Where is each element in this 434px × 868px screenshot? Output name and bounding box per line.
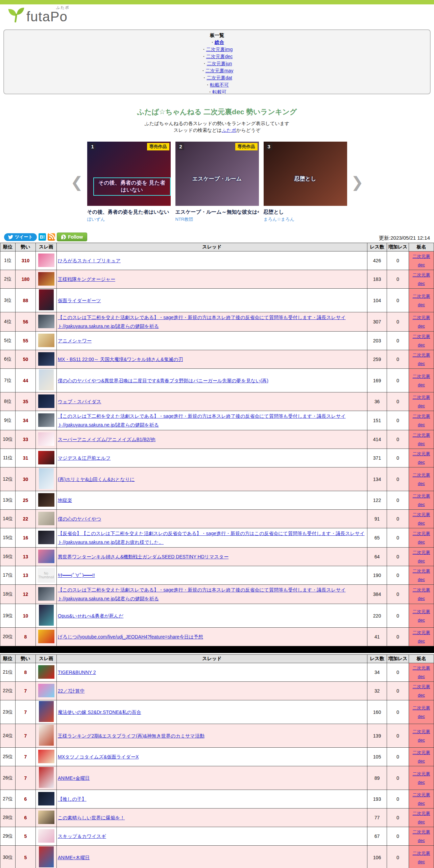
- thread-thumbnail[interactable]: [38, 512, 54, 525]
- site-logo[interactable]: futaPo ふたポ: [0, 4, 434, 25]
- thread-title-link[interactable]: スキップ＆カワイスギ: [58, 834, 106, 839]
- thread-thumbnail[interactable]: [39, 289, 54, 310]
- board-link[interactable]: 二次元裏may: [206, 68, 233, 73]
- board-name-link[interactable]: 二次元裏dec: [413, 433, 430, 446]
- product-title-link[interactable]: その後、勇者の姿を見た者はいない: [87, 209, 171, 215]
- board-link[interactable]: 転載不可: [210, 82, 229, 88]
- board-link[interactable]: 二次元裏jun: [207, 61, 232, 66]
- thread-thumbnail[interactable]: [38, 394, 54, 408]
- board-link[interactable]: 総合: [215, 40, 224, 45]
- thread-thumbnail[interactable]: [38, 665, 54, 679]
- thread-thumbnail[interactable]: [39, 468, 54, 489]
- thread-title-link[interactable]: ANIME+木曜日: [58, 855, 90, 860]
- thread-thumbnail[interactable]: [38, 272, 54, 286]
- board-name-link[interactable]: 二次元裏dec: [413, 473, 430, 486]
- thread-thumbnail[interactable]: [38, 792, 54, 805]
- thread-title-link[interactable]: 【推しの子】: [58, 796, 87, 802]
- carousel-card[interactable]: 2 専売作品 エスケープ・ルーム エスケープ・ルーム～無知な彼女は今日も NTR…: [175, 142, 259, 222]
- thread-title-link[interactable]: Opus&いせれべ&勇者が死んだ: [58, 613, 123, 619]
- thread-title-link[interactable]: この素晴らしい世界に爆焔を！: [58, 815, 125, 820]
- board-name-link[interactable]: 二次元裏dec: [413, 587, 430, 601]
- board-name-link[interactable]: 二次元裏dec: [413, 851, 430, 864]
- carousel-card[interactable]: 3 忍堕とし 忍堕とし まろん☆まろん: [264, 142, 347, 222]
- board-name-link[interactable]: 二次元裏dec: [413, 750, 430, 764]
- thread-title-link[interactable]: ｷﾀ━━━(ﾟ∀ﾟ)━━━!!: [58, 573, 95, 578]
- board-name-link[interactable]: 二次元裏dec: [413, 684, 430, 698]
- product-cover-image[interactable]: 3 忍堕とし: [264, 142, 347, 206]
- product-author-link[interactable]: ぼいずん: [87, 216, 171, 222]
- board-name-link[interactable]: 二次元裏dec: [413, 792, 430, 806]
- board-name-link[interactable]: 二次元裏dec: [413, 531, 430, 545]
- board-name-link[interactable]: 二次元裏dec: [413, 512, 430, 526]
- thread-title-link[interactable]: 【このスレは下二桁を交えた活劇スレである】・sage進行・新規の方は本スレ終了後…: [58, 587, 346, 601]
- hatena-bookmark-button[interactable]: B!: [39, 233, 46, 241]
- board-name-link[interactable]: 二次元裏dec: [413, 294, 430, 307]
- board-name-link[interactable]: 二次元裏dec: [413, 374, 430, 387]
- thread-thumbnail[interactable]: [38, 334, 54, 347]
- thread-thumbnail[interactable]: [39, 725, 54, 746]
- thread-thumbnail[interactable]: [39, 605, 54, 626]
- thread-title-link[interactable]: 【このスレは下二桁を交えた活劇スレである】・sage進行・新規の方は本スレ終了後…: [58, 315, 346, 329]
- thread-title-link[interactable]: 異世界ワンターンキル姉さん&機動戦士ガンダムSEED DESTINY HDリマス…: [58, 554, 228, 559]
- board-name-link[interactable]: 二次元裏dec: [413, 493, 430, 507]
- thread-thumbnail[interactable]: No Thumbnail: [38, 568, 55, 583]
- board-name-link[interactable]: 二次元裏dec: [413, 272, 430, 286]
- board-name-link[interactable]: 二次元裏dec: [413, 666, 430, 679]
- board-link[interactable]: 二次元裏dat: [207, 75, 232, 80]
- carousel-next-icon[interactable]: ❯: [347, 150, 368, 214]
- thread-thumbnail[interactable]: [38, 352, 54, 366]
- board-name-link[interactable]: 二次元裏dec: [413, 395, 430, 408]
- board-name-link[interactable]: 二次元裏dec: [413, 334, 430, 347]
- thread-title-link[interactable]: スーパーアニメイズム/アニメイズムB1/B2/他: [58, 437, 155, 442]
- board-name-link[interactable]: 二次元裏dec: [413, 609, 430, 623]
- board-name-link[interactable]: 二次元裏dec: [413, 811, 430, 824]
- board-name-link[interactable]: 二次元裏dec: [413, 315, 430, 329]
- thread-title-link[interactable]: マジデス＆江戸前エルフ: [58, 455, 111, 461]
- thread-thumbnail[interactable]: [38, 413, 54, 427]
- thread-thumbnail[interactable]: [38, 587, 54, 601]
- board-name-link[interactable]: 二次元裏dec: [413, 254, 430, 267]
- thread-thumbnail[interactable]: [38, 550, 54, 563]
- board-name-link[interactable]: 二次元裏dec: [413, 353, 430, 366]
- thread-title-link[interactable]: ウェブ・スパイダス: [58, 399, 101, 404]
- thread-title-link[interactable]: 王様戦隊キングオージャー: [58, 276, 115, 282]
- thread-title-link[interactable]: MXタツノコタイムズ&仮面ライダーX: [58, 754, 139, 760]
- product-cover-image[interactable]: 1 専売作品 その後、勇者の姿を 見た者はいない: [87, 142, 171, 206]
- thread-thumbnail[interactable]: [39, 701, 54, 722]
- thread-title-link[interactable]: 地獄楽: [58, 498, 72, 503]
- product-author-link[interactable]: まろん☆まろん: [264, 216, 347, 222]
- board-link[interactable]: 二次元裏dec: [206, 54, 233, 59]
- board-name-link[interactable]: 二次元裏dec: [413, 550, 430, 563]
- board-link[interactable]: 転載可: [212, 89, 226, 94]
- thread-thumbnail[interactable]: [38, 630, 54, 643]
- product-title-link[interactable]: 忍堕とし: [264, 209, 347, 215]
- thread-title-link[interactable]: 仮面ライダーギーツ: [58, 298, 101, 303]
- product-cover-image[interactable]: 2 専売作品 エスケープ・ルーム: [175, 142, 259, 206]
- board-name-link[interactable]: 二次元裏dec: [413, 569, 430, 582]
- board-name-link[interactable]: 二次元裏dec: [413, 829, 430, 843]
- rss-icon[interactable]: [48, 233, 55, 241]
- thread-thumbnail[interactable]: [38, 750, 54, 763]
- thread-title-link[interactable]: 僕の心のヤバイやつ: [58, 516, 101, 522]
- board-name-link[interactable]: 二次元裏dec: [413, 630, 430, 644]
- thread-thumbnail[interactable]: [38, 493, 54, 507]
- tweet-button[interactable]: ツイート: [4, 233, 37, 241]
- thread-thumbnail[interactable]: [38, 254, 54, 267]
- thread-thumbnail[interactable]: [38, 451, 54, 464]
- thread-title-link[interactable]: アニメシャワー: [58, 338, 92, 343]
- board-name-link[interactable]: 二次元裏dec: [413, 705, 430, 719]
- thread-title-link[interactable]: ANIME+金曜日: [58, 775, 90, 781]
- thread-thumbnail[interactable]: [39, 369, 54, 390]
- thread-thumbnail[interactable]: [39, 846, 54, 867]
- carousel-card[interactable]: 1 専売作品 その後、勇者の姿を 見た者はいない その後、勇者の姿を見た者はいな…: [87, 142, 171, 222]
- thread-thumbnail[interactable]: [38, 829, 54, 843]
- board-name-link[interactable]: 二次元裏dec: [413, 771, 430, 785]
- thread-thumbnail[interactable]: [38, 531, 54, 544]
- board-link[interactable]: 二次元裏img: [206, 47, 233, 52]
- futapo-link[interactable]: ふたポ: [222, 127, 236, 133]
- board-name-link[interactable]: 二次元裏dec: [413, 414, 430, 427]
- thread-title-link[interactable]: MX・BS11 22:00～ 天国大魔境&ワンキル姉さん&鬼滅の刃: [58, 357, 183, 362]
- thread-title-link[interactable]: 王様ランキング2期&エスタブライフ(再)&神無き世界のカミサマ活動: [58, 733, 204, 739]
- thread-title-link[interactable]: 【このスレは下二桁を交えた活劇スレである】・sage進行・新規の方は本スレ終了後…: [58, 413, 346, 428]
- thread-thumbnail[interactable]: [38, 811, 54, 824]
